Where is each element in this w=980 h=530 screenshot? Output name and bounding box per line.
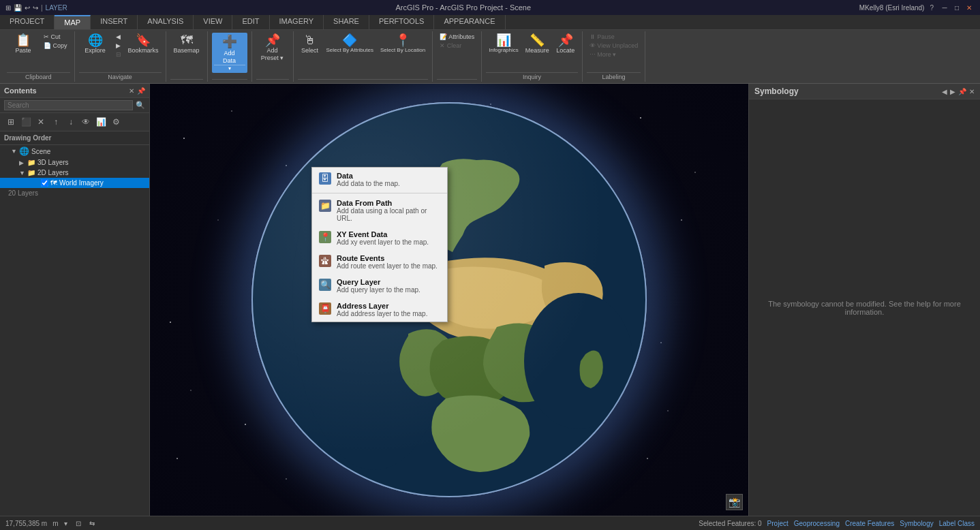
symbology-back-button[interactable]: ◀ (942, 88, 947, 95)
attr-group-label (437, 79, 477, 80)
paste-label: Paste (15, 47, 31, 54)
menu-item-data[interactable]: 🗄 Data Add data to the map. (312, 168, 447, 191)
attributes-button[interactable]: 📝 Attributes (437, 33, 477, 41)
tab-map[interactable]: MAP (55, 15, 91, 29)
add-data-dropdown-arrow[interactable]: ▾ (214, 65, 245, 72)
tab-appearance[interactable]: APPEARANCE (434, 15, 505, 29)
close-symbology-button[interactable]: ✕ (969, 88, 975, 95)
save-icon[interactable]: 💾 (14, 4, 22, 12)
bookmarks-label: Bookmarks (128, 47, 159, 54)
query-layer-title: Query Layer (337, 278, 440, 286)
minimize-button[interactable]: ─ (939, 2, 950, 13)
copy-button[interactable]: 📄 Copy (41, 42, 70, 50)
start-icon[interactable]: ⊞ (5, 4, 11, 12)
measure-label: Measure (525, 47, 549, 54)
map-nav-icon[interactable]: 📸 (726, 494, 743, 510)
tree-item-scene[interactable]: ▼ 🌐 Scene (0, 145, 149, 157)
bookmarks-icon: 🔖 (136, 34, 151, 46)
window-controls[interactable]: ─ □ ✕ (939, 2, 975, 13)
geoprocessing-link[interactable]: Geoprocessing (794, 520, 840, 527)
full-extent-button[interactable]: ⊟ (113, 50, 124, 59)
layer-tree: ▼ 🌐 Scene ▶ 📁 3D Layers ▼ 📁 2D Layers 🗺 (0, 145, 149, 516)
cut-button[interactable]: ✂ Cut (41, 33, 70, 41)
menu-item-route-events[interactable]: 🛣 Route Events Add route event layer to … (312, 250, 447, 274)
help-icon[interactable]: ? (930, 4, 934, 12)
route-events-content: Route Events Add route event layer to th… (337, 254, 440, 270)
auto-hide-symbology-button[interactable]: 📌 (958, 88, 966, 95)
2d-layers-expand-icon[interactable]: ▼ (19, 170, 27, 176)
inquiry-label: Inquiry (486, 72, 578, 80)
undo-icon[interactable]: ↩ (25, 4, 30, 12)
menu-item-address-layer[interactable]: 📮 Address Layer Add address layer to the… (312, 298, 447, 322)
address-layer-icon: 📮 (319, 302, 331, 315)
scene-expand-icon[interactable]: ▼ (11, 148, 19, 155)
tab-edit[interactable]: EDIT (232, 15, 269, 29)
remove-layer-button[interactable]: ✕ (34, 115, 48, 129)
measure-icon: 📏 (530, 34, 545, 46)
world-imagery-checkbox[interactable] (41, 179, 48, 187)
add-data-button[interactable]: ➕ Add Data ▾ (212, 33, 247, 73)
add-group-layer-button[interactable]: ⊞ (4, 115, 18, 129)
tab-analysis[interactable]: ANALYSIS (138, 15, 194, 29)
bookmarks-button[interactable]: 🔖 Bookmarks (125, 33, 162, 55)
locate-button[interactable]: 📌 Locate (553, 33, 578, 55)
infographics-button[interactable]: 📊 Infographics (486, 33, 521, 54)
redo-icon[interactable]: ↪ (33, 4, 38, 12)
select-button[interactable]: 🖱 Select (298, 33, 322, 55)
tab-perftools[interactable]: PERFTOOLS (369, 15, 434, 29)
close-button[interactable]: ✕ (964, 2, 975, 13)
menu-item-query-layer[interactable]: 🔍 Query Layer Add query layer to the map… (312, 274, 447, 298)
pause-button[interactable]: ⏸ Pause (587, 33, 641, 41)
more-button[interactable]: ⋯ More ▾ (587, 50, 641, 59)
explore-button[interactable]: 🌐 Explore (79, 33, 112, 55)
create-features-link[interactable]: Create Features (845, 520, 894, 527)
ribbon: 📋 Paste ✂ Cut 📄 Copy Clipboard 🌐 Explore… (0, 30, 980, 84)
label-class-link[interactable]: Label Class (939, 520, 975, 527)
layer-chart-button[interactable]: 📊 (94, 115, 108, 129)
tree-item-2d-layers[interactable]: ▼ 📁 2D Layers (0, 168, 149, 178)
select-by-attributes-button[interactable]: 🔷 Select By Attributes (324, 33, 376, 54)
move-up-button[interactable]: ↑ (49, 115, 63, 129)
tab-project[interactable]: PROJECT (0, 15, 55, 29)
add-data-label: Add (224, 50, 235, 57)
svg-point-1 (231, 110, 232, 112)
scale-button[interactable]: ▾ (64, 520, 67, 527)
tree-item-world-imagery[interactable]: 🗺 World Imagery (0, 178, 149, 188)
map-area[interactable]: 📸 🗄 Data Add data to the map. 📁 Data Fro… (150, 84, 748, 516)
move-down-button[interactable]: ↓ (64, 115, 78, 129)
menu-item-data-from-path[interactable]: 📁 Data From Path Add data using a local … (312, 195, 447, 226)
svg-point-22 (177, 458, 178, 459)
contents-title: Contents (4, 87, 37, 95)
extent-button[interactable]: ⊡ (76, 520, 81, 527)
symbology-link[interactable]: Symbology (900, 520, 933, 527)
search-icon[interactable]: 🔍 (136, 101, 145, 110)
search-input[interactable] (4, 100, 133, 110)
clear-button[interactable]: ✕ Clear (437, 42, 477, 50)
add-layer-button[interactable]: ⬛ (19, 115, 33, 129)
basemap-button[interactable]: 🗺 Basemap (170, 33, 203, 55)
tab-imagery[interactable]: IMAGERY (270, 15, 324, 29)
nav-next-button[interactable]: ▶ (113, 42, 124, 50)
3d-layers-expand-icon[interactable]: ▶ (19, 159, 27, 166)
tab-view[interactable]: VIEW (194, 15, 232, 29)
maximize-button[interactable]: □ (951, 2, 962, 13)
close-contents-button[interactable]: ✕ (129, 87, 134, 95)
select-by-location-button[interactable]: 📍 Select By Location (378, 33, 428, 54)
auto-hide-button[interactable]: 📌 (137, 87, 145, 95)
nav-arrows[interactable]: ⇆ (89, 520, 95, 527)
tab-share[interactable]: SHARE (324, 15, 369, 29)
route-events-title: Route Events (337, 254, 440, 262)
layer-view-button[interactable]: 👁 (79, 115, 93, 129)
paste-button[interactable]: 📋 Paste (7, 33, 40, 55)
select-icon: 🖱 (304, 34, 316, 46)
view-unplaced-button[interactable]: 👁 View Unplaced (587, 42, 641, 50)
tree-item-3d-layers[interactable]: ▶ 📁 3D Layers (0, 157, 149, 168)
project-link[interactable]: Project (767, 520, 788, 527)
symbology-forward-button[interactable]: ▶ (950, 88, 955, 95)
layer-options-button[interactable]: ⚙ (109, 115, 123, 129)
nav-prev-button[interactable]: ◀ (113, 33, 124, 41)
menu-item-xy-event[interactable]: 📍 XY Event Data Add xy event layer to th… (312, 226, 447, 250)
add-preset-button[interactable]: 📌 Add Preset ▾ (256, 33, 289, 63)
tab-insert[interactable]: INSERT (91, 15, 138, 29)
measure-button[interactable]: 📏 Measure (523, 33, 552, 55)
